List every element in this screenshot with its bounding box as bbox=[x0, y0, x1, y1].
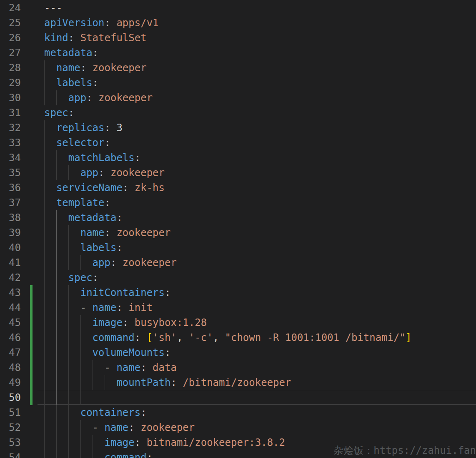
indent-guide bbox=[44, 375, 45, 390]
code-text[interactable]: - name: zookeeper bbox=[21, 420, 476, 435]
indent-guide bbox=[56, 240, 57, 255]
indent-guide bbox=[80, 330, 81, 345]
code-line[interactable]: 49 mountPath: /bitnami/zookeeper bbox=[0, 375, 476, 390]
token-key: name bbox=[93, 302, 117, 314]
indent-guide bbox=[56, 165, 57, 180]
code-line[interactable]: 48 - name: data bbox=[0, 360, 476, 375]
token-key: template bbox=[56, 197, 105, 209]
token-punct: : bbox=[116, 302, 128, 314]
code-text[interactable]: kind: StatefulSet bbox=[21, 30, 476, 45]
code-text[interactable]: command: ['sh', '-c', "chown -R 1001:100… bbox=[21, 330, 476, 345]
line-number: 41 bbox=[0, 255, 21, 270]
code-text[interactable]: - name: data bbox=[21, 360, 476, 375]
token-value: zookeeper bbox=[116, 227, 170, 239]
code-text[interactable]: template: bbox=[21, 195, 476, 210]
code-line[interactable]: 45 image: busybox:1.28 bbox=[0, 315, 476, 330]
indent-guide bbox=[56, 330, 57, 345]
token-key: app bbox=[93, 257, 110, 269]
code-line[interactable]: 52 - name: zookeeper bbox=[0, 420, 476, 435]
token-punct: : bbox=[170, 377, 183, 388]
token-punct: - bbox=[105, 362, 117, 373]
indent-guide bbox=[56, 375, 57, 390]
code-line[interactable]: 44 - name: init bbox=[0, 300, 476, 315]
indent-guide bbox=[80, 255, 81, 270]
token-key: spec bbox=[44, 107, 68, 119]
indent-guide bbox=[80, 435, 81, 450]
code-text[interactable]: spec: bbox=[21, 105, 476, 120]
indent-guide bbox=[56, 435, 57, 450]
code-line[interactable]: 24--- bbox=[0, 0, 476, 15]
code-text[interactable]: - name: init bbox=[21, 300, 476, 315]
code-text[interactable]: serviceName: zk-hs bbox=[21, 180, 476, 195]
code-text[interactable]: containers: bbox=[21, 405, 476, 420]
code-line[interactable]: 43 initContainers: bbox=[0, 285, 476, 300]
token-punct: - bbox=[93, 422, 105, 433]
code-text[interactable]: mountPath: /bitnami/zookeeper bbox=[21, 375, 476, 390]
code-editor[interactable]: 24---25apiVersion: apps/v126kind: Statef… bbox=[0, 0, 476, 458]
code-text[interactable]: --- bbox=[21, 0, 476, 15]
indent-guide bbox=[68, 435, 69, 450]
code-line[interactable]: 38 metadata: bbox=[0, 210, 476, 225]
code-line[interactable]: 26kind: StatefulSet bbox=[0, 30, 476, 45]
code-text[interactable]: image: busybox:1.28 bbox=[21, 315, 476, 330]
code-text[interactable]: replicas: 3 bbox=[21, 120, 476, 135]
code-text[interactable]: initContainers: bbox=[21, 285, 476, 300]
code-line[interactable]: 37 template: bbox=[0, 195, 476, 210]
code-line[interactable]: 50 bbox=[0, 390, 476, 405]
code-text[interactable] bbox=[21, 390, 476, 405]
indent-guide bbox=[56, 270, 57, 285]
token-punct: : bbox=[105, 137, 110, 149]
token-key: volumeMounts bbox=[93, 347, 165, 358]
code-line[interactable]: 41 app: zookeeper bbox=[0, 255, 476, 270]
code-text[interactable]: name: zookeeper bbox=[21, 225, 476, 240]
code-line[interactable]: 40 labels: bbox=[0, 240, 476, 255]
code-line[interactable]: 34 matchLabels: bbox=[0, 150, 476, 165]
indent-guide bbox=[44, 345, 45, 360]
code-text[interactable]: volumeMounts: bbox=[21, 345, 476, 360]
code-line[interactable]: 46 command: ['sh', '-c', "chown -R 1001:… bbox=[0, 330, 476, 345]
token-key: image bbox=[105, 437, 135, 448]
token-key: command bbox=[105, 452, 147, 458]
indent-guide bbox=[105, 375, 105, 390]
code-line[interactable]: 27metadata: bbox=[0, 45, 476, 60]
indent-guide bbox=[56, 315, 57, 330]
code-line[interactable]: 33 selector: bbox=[0, 135, 476, 150]
code-text[interactable]: name: zookeeper bbox=[21, 60, 476, 75]
code-text[interactable]: labels: bbox=[21, 240, 476, 255]
indent-guide bbox=[93, 375, 93, 390]
line-number: 27 bbox=[0, 45, 21, 60]
code-line[interactable]: 30 app: zookeeper bbox=[0, 90, 476, 105]
code-line[interactable]: 25apiVersion: apps/v1 bbox=[0, 15, 476, 30]
watermark: 杂烩饭：https://zahui.fan bbox=[333, 444, 476, 457]
code-line[interactable]: 51 containers: bbox=[0, 405, 476, 420]
token-punct: : bbox=[128, 422, 140, 433]
code-line[interactable]: 47 volumeMounts: bbox=[0, 345, 476, 360]
line-number: 26 bbox=[0, 30, 21, 45]
code-line[interactable]: 28 name: zookeeper bbox=[0, 60, 476, 75]
code-line[interactable]: 32 replicas: 3 bbox=[0, 120, 476, 135]
indent-guide bbox=[56, 225, 57, 240]
code-line[interactable]: 35 app: zookeeper bbox=[0, 165, 476, 180]
code-text[interactable]: apiVersion: apps/v1 bbox=[21, 15, 476, 30]
code-text[interactable]: selector: bbox=[21, 135, 476, 150]
code-line[interactable]: 42 spec: bbox=[0, 270, 476, 285]
code-text[interactable]: metadata: bbox=[21, 210, 476, 225]
code-line[interactable]: 36 serviceName: zk-hs bbox=[0, 180, 476, 195]
code-text[interactable]: labels: bbox=[21, 75, 476, 90]
token-key: initContainers bbox=[80, 287, 165, 299]
token-value: zookeeper bbox=[140, 422, 195, 433]
line-number: 42 bbox=[0, 270, 21, 285]
token-key: name bbox=[105, 422, 129, 433]
indent-guide bbox=[80, 345, 81, 360]
code-text[interactable]: app: zookeeper bbox=[21, 90, 476, 105]
code-line[interactable]: 29 labels: bbox=[0, 75, 476, 90]
indent-guide bbox=[44, 225, 45, 240]
code-line[interactable]: 39 name: zookeeper bbox=[0, 225, 476, 240]
code-lines[interactable]: 24---25apiVersion: apps/v126kind: Statef… bbox=[0, 0, 476, 458]
code-text[interactable]: metadata: bbox=[21, 45, 476, 60]
code-text[interactable]: spec: bbox=[21, 270, 476, 285]
code-text[interactable]: app: zookeeper bbox=[21, 255, 476, 270]
code-text[interactable]: matchLabels: bbox=[21, 150, 476, 165]
code-line[interactable]: 31spec: bbox=[0, 105, 476, 120]
code-text[interactable]: app: zookeeper bbox=[21, 165, 476, 180]
